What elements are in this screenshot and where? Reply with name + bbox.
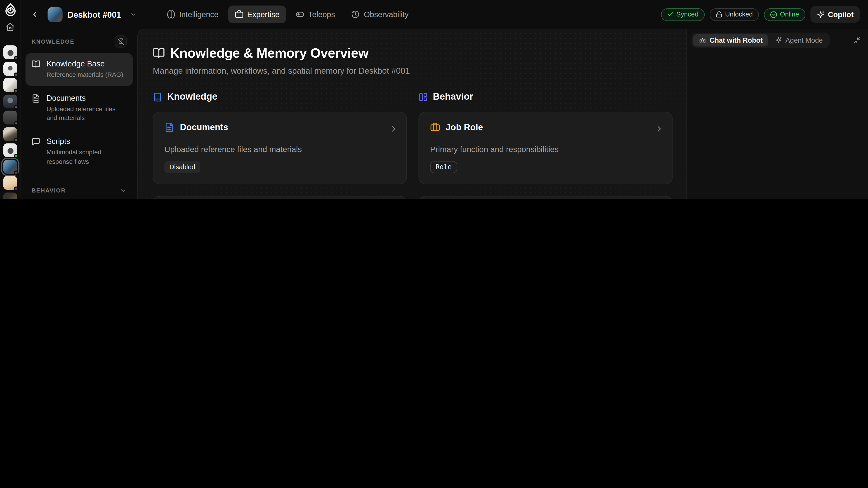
tab-agent-mode[interactable]: Agent Mode <box>770 34 829 46</box>
card-description: Uploaded reference files and materials <box>164 145 395 154</box>
behavior-cards: Job Role Primary function and responsibi… <box>418 112 673 199</box>
documents-card[interactable]: Documents Uploaded reference files and m… <box>153 112 407 184</box>
book-open-icon <box>32 60 40 68</box>
scripts-card[interactable]: Scripts Multimodal scripted response flo… <box>153 196 407 199</box>
tab-label: Observability <box>364 10 408 19</box>
section-label: KNOWLEDGE <box>32 38 74 45</box>
card-title: Job Role <box>445 122 483 132</box>
back-button[interactable] <box>28 7 42 22</box>
spacer <box>26 172 133 184</box>
robot-avatar-8-selected[interactable] <box>3 160 17 173</box>
column-label: Knowledge <box>167 91 217 102</box>
sparkles-icon <box>775 37 782 44</box>
card-header: Job Role <box>430 122 661 132</box>
synced-badge[interactable]: Synced <box>661 8 705 21</box>
main-nav-tabs: Intelligence Expertise Teleops Observabi… <box>160 5 415 23</box>
item-text: Scripts Multimodal scripted response flo… <box>46 137 127 166</box>
overview-columns: Knowledge Documents Uploaded reference f <box>153 91 686 199</box>
robot-avatar-5[interactable] <box>3 111 17 125</box>
status-dot <box>14 105 18 109</box>
item-title: Documents <box>46 93 127 102</box>
status-dot <box>14 138 18 142</box>
section-label: BEHAVIOR <box>32 187 66 194</box>
gamepad-icon <box>296 10 305 19</box>
robot-name: Deskbot #001 <box>68 10 121 19</box>
main-content: Knowledge & Memory Overview Manage infor… <box>138 29 686 199</box>
status-dot-online <box>14 154 18 158</box>
robot-avatar-6[interactable] <box>3 127 17 141</box>
knowledge-column-header: Knowledge <box>153 91 407 102</box>
chevron-right-icon <box>389 125 398 133</box>
robot-avatar-2[interactable] <box>3 62 17 75</box>
card-header: Documents <box>164 122 395 132</box>
status-dot <box>14 170 18 175</box>
sidebar-item-knowledge-base[interactable]: Knowledge Base Reference materials (RAG) <box>26 53 133 86</box>
brain-icon <box>166 10 175 19</box>
tab-label: Chat with Robot <box>710 36 763 44</box>
chevron-down-icon <box>130 11 136 18</box>
book-icon <box>153 92 162 102</box>
layout-panel-left-icon <box>418 92 428 102</box>
robot-avatar-1[interactable] <box>3 45 17 59</box>
chevron-left-icon <box>31 10 39 19</box>
topbar-status-area: Synced Unlocked Online Copilot <box>661 6 868 23</box>
badge-label: Synced <box>676 11 699 18</box>
tab-label: Agent Mode <box>785 36 823 44</box>
pin-off-icon <box>117 38 124 45</box>
message-square-icon <box>32 137 40 146</box>
copilot-label: Copilot <box>828 10 854 19</box>
book-open-icon <box>153 47 165 59</box>
status-badge: Disabled <box>164 161 200 173</box>
bot-icon <box>699 36 706 44</box>
robot-avatar-7[interactable] <box>3 143 17 157</box>
icon-rail <box>0 0 21 199</box>
tab-label: Expertise <box>247 10 280 19</box>
tab-observability[interactable]: Observability <box>344 5 415 23</box>
sidebar-knowledge-items: Knowledge Base Reference materials (RAG)… <box>26 53 133 172</box>
home-button[interactable] <box>5 22 15 32</box>
collapse-section-button[interactable] <box>120 187 127 194</box>
status-dot <box>14 186 18 191</box>
unlocked-badge[interactable]: Unlocked <box>710 8 759 21</box>
chevron-down-icon <box>120 187 127 194</box>
knowledge-column: Knowledge Documents Uploaded reference f <box>153 91 407 199</box>
sidebar-section-knowledge-header: KNOWLEDGE <box>26 34 133 49</box>
robot-avatar-3[interactable] <box>3 78 17 92</box>
collapse-panel-button[interactable] <box>853 36 861 44</box>
sidebar-item-scripts[interactable]: Scripts Multimodal scripted response flo… <box>26 131 133 172</box>
tab-expertise[interactable]: Expertise <box>228 5 286 23</box>
tab-teleops[interactable]: Teleops <box>289 5 342 23</box>
app-root: Deskbot #001 Intelligence Expertise Tele… <box>0 0 868 199</box>
robot-switcher[interactable]: Deskbot #001 <box>48 7 137 22</box>
minimize-icon <box>853 36 861 44</box>
top-bar: Deskbot #001 Intelligence Expertise Tele… <box>21 0 868 29</box>
brand-logo-icon <box>2 2 18 18</box>
sidebar: KNOWLEDGE Knowledge Base Reference mater… <box>21 29 137 199</box>
tab-intelligence[interactable]: Intelligence <box>160 5 225 23</box>
reactionflows-card[interactable]: Reactionflows Visual logic graphs for co… <box>418 196 673 199</box>
copilot-button[interactable]: Copilot <box>810 6 860 23</box>
job-role-card[interactable]: Job Role Primary function and responsibi… <box>418 112 673 184</box>
item-text: Knowledge Base Reference materials (RAG) <box>46 59 123 79</box>
unpin-sidebar-button[interactable] <box>115 35 127 48</box>
briefcase-icon <box>235 10 243 19</box>
behavior-column-header: Behavior <box>418 91 673 102</box>
item-subtitle: Multimodal scripted response flows <box>46 148 127 166</box>
robot-avatar-4[interactable] <box>3 94 17 108</box>
robot-avatar <box>48 7 63 22</box>
column-label: Behavior <box>433 91 473 102</box>
page-title-row: Knowledge & Memory Overview <box>153 45 686 61</box>
tab-chat-with-robot[interactable]: Chat with Robot <box>693 34 768 46</box>
status-dot <box>14 72 18 77</box>
sidebar-section-behavior-header: BEHAVIOR <box>26 183 133 198</box>
sidebar-item-documents[interactable]: Documents Uploaded reference files and m… <box>26 87 133 129</box>
robot-avatar-10[interactable] <box>3 192 17 199</box>
page-title: Knowledge & Memory Overview <box>170 45 368 61</box>
online-badge[interactable]: Online <box>764 8 805 21</box>
item-subtitle: Reference materials (RAG) <box>46 70 123 79</box>
chevron-right-icon <box>655 125 664 133</box>
knowledge-cards: Documents Uploaded reference files and m… <box>153 112 407 199</box>
robot-avatar-9[interactable] <box>3 176 17 190</box>
item-subtitle: Uploaded reference files and materials <box>46 104 127 123</box>
card-footer: Disabled <box>164 161 395 173</box>
